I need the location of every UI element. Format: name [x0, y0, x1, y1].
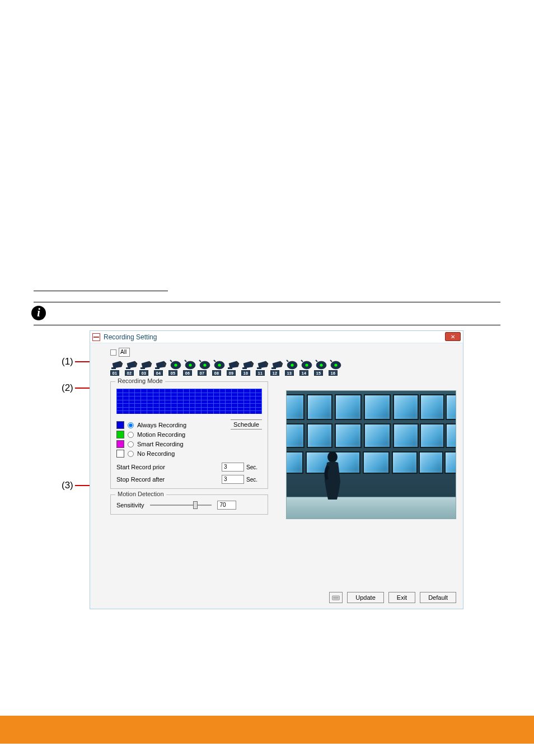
svg-point-29 — [320, 363, 322, 366]
camera-number-label: 13 — [285, 370, 294, 376]
preview-monitor — [392, 451, 418, 474]
operator-silhouette — [319, 449, 345, 503]
camera-10[interactable]: 10 — [241, 359, 256, 376]
window-title: Recording Setting — [104, 333, 157, 341]
motion-detection-legend: Motion Detection — [115, 491, 166, 497]
camera-09[interactable]: 09 — [227, 359, 241, 376]
camera-13[interactable]: 13 — [285, 359, 299, 376]
all-checkbox[interactable] — [110, 349, 116, 356]
keyboard-icon — [332, 594, 340, 601]
camera-06[interactable]: 06 — [183, 359, 198, 376]
sensitivity-slider[interactable] — [150, 505, 212, 506]
svg-point-25 — [291, 363, 293, 366]
callout-1-label: (1) — [62, 356, 73, 367]
update-button[interactable]: Update — [347, 592, 383, 603]
camera-16[interactable]: 16 — [329, 359, 343, 376]
close-button[interactable]: ✕ — [445, 332, 461, 341]
radio-none[interactable] — [128, 451, 134, 457]
camera-12[interactable]: 12 — [270, 359, 285, 376]
motion-detection-group: Motion Detection Sensitivity 70 — [110, 494, 268, 515]
camera-11[interactable]: 11 — [256, 359, 270, 376]
radio-motion[interactable] — [128, 432, 134, 438]
preview-monitor — [419, 451, 443, 474]
swatch-none — [116, 450, 124, 458]
recording-setting-dialog: Recording Setting ✕ All 0102030405060708… — [90, 330, 463, 609]
svg-point-20 — [265, 363, 268, 365]
preview-monitor — [393, 423, 419, 448]
start-prior-row: Start Record prior 3 Sec. — [116, 463, 262, 472]
svg-rect-1 — [111, 367, 116, 369]
camera-preview — [286, 390, 456, 519]
radio-always[interactable] — [128, 422, 134, 428]
start-prior-input[interactable]: 3 — [222, 463, 244, 472]
app-icon — [92, 333, 100, 341]
svg-point-9 — [174, 363, 177, 366]
preview-monitor — [286, 394, 305, 420]
schedule-button[interactable]: Schedule — [231, 419, 262, 430]
preview-monitor — [307, 394, 332, 420]
sensitivity-label: Sensitivity — [116, 502, 144, 508]
swatch-smart — [116, 440, 124, 448]
svg-point-13 — [203, 363, 206, 366]
preview-monitor — [286, 423, 305, 448]
mode-none-row[interactable]: No Recording — [116, 450, 186, 458]
schedule-grid[interactable] — [116, 389, 262, 414]
preview-monitor — [446, 423, 456, 448]
modes-block: Always Recording Motion Recording Smart … — [116, 419, 262, 459]
recording-mode-legend: Recording Mode — [115, 377, 165, 384]
mode-motion-row[interactable]: Motion Recording — [116, 431, 186, 438]
camera-04[interactable]: 04 — [154, 359, 168, 376]
svg-point-15 — [218, 363, 221, 366]
camera-icon — [256, 359, 270, 371]
svg-rect-5 — [140, 367, 145, 369]
sensitivity-value[interactable]: 70 — [217, 501, 236, 510]
svg-point-6 — [163, 363, 166, 365]
all-row: All — [110, 348, 457, 357]
camera-03[interactable]: 03 — [139, 359, 154, 376]
sensitivity-slider-thumb[interactable] — [193, 501, 198, 509]
preview-monitor — [420, 394, 444, 420]
svg-rect-19 — [242, 367, 247, 369]
svg-point-32 — [327, 451, 338, 463]
camera-number-label: 04 — [154, 370, 163, 376]
preview-monitor — [364, 394, 391, 420]
svg-rect-21 — [257, 367, 261, 369]
mode-always-row[interactable]: Always Recording — [116, 421, 186, 429]
camera-number-label: 08 — [212, 370, 221, 376]
keyboard-icon-button[interactable] — [329, 592, 343, 603]
info-icon: i — [31, 306, 46, 320]
svg-point-16 — [236, 363, 238, 365]
preview-monitor — [335, 394, 362, 420]
camera-number-label: 10 — [241, 370, 250, 376]
recording-mode-group: Recording Mode Always Recording Motion R… — [110, 381, 268, 489]
svg-point-2 — [134, 363, 137, 365]
exit-button[interactable]: Exit — [388, 592, 415, 603]
footer-orange-bar — [0, 716, 534, 744]
radio-smart[interactable] — [128, 441, 134, 447]
camera-01[interactable]: 01 — [110, 359, 125, 376]
label-smart: Smart Recording — [137, 441, 184, 447]
default-button[interactable]: Default — [420, 592, 456, 603]
camera-14[interactable]: 14 — [299, 359, 314, 376]
camera-number-label: 02 — [125, 370, 134, 376]
preview-monitor — [307, 423, 332, 448]
preview-monitor — [420, 423, 444, 448]
camera-icon — [227, 359, 241, 371]
svg-rect-3 — [126, 367, 130, 369]
camera-number-label: 12 — [270, 370, 279, 376]
svg-point-18 — [251, 363, 253, 365]
stop-after-unit: Sec. — [246, 477, 262, 483]
svg-point-31 — [334, 363, 337, 366]
camera-icon — [329, 359, 343, 371]
mode-smart-row[interactable]: Smart Recording — [116, 440, 186, 448]
stop-after-input[interactable]: 3 — [222, 475, 244, 484]
camera-number-label: 03 — [139, 370, 148, 376]
camera-15[interactable]: 15 — [314, 359, 329, 376]
camera-02[interactable]: 02 — [125, 359, 139, 376]
camera-08[interactable]: 08 — [212, 359, 227, 376]
preview-monitor — [364, 423, 391, 448]
camera-07[interactable]: 07 — [198, 359, 212, 376]
svg-rect-23 — [271, 367, 276, 369]
svg-point-27 — [305, 363, 308, 366]
camera-05[interactable]: 05 — [168, 359, 183, 376]
